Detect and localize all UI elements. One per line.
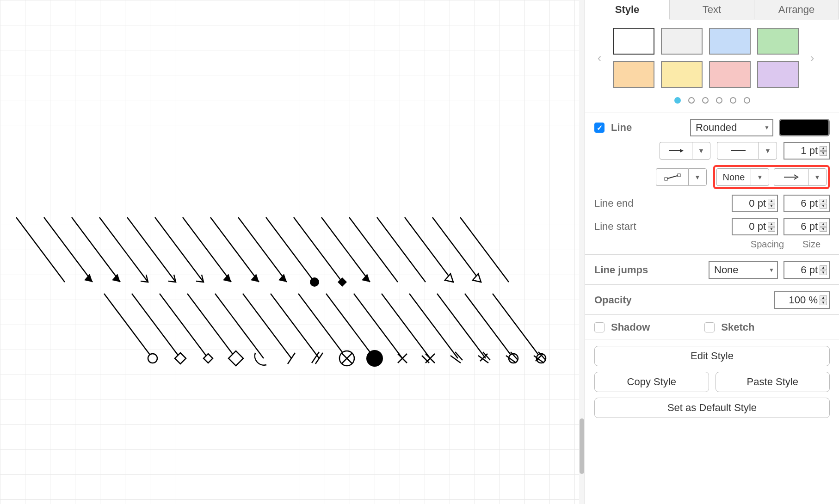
line-start-arrow-select[interactable]: None ▼ — [716, 168, 769, 186]
swatch-white[interactable] — [613, 28, 654, 55]
svg-line-38 — [271, 294, 319, 358]
svg-line-7 — [155, 217, 204, 282]
arrow-direction-select[interactable]: ▼ — [660, 142, 710, 160]
swatch-orange[interactable] — [613, 61, 654, 88]
svg-marker-32 — [204, 354, 213, 363]
svg-rect-74 — [665, 178, 667, 180]
svg-line-3 — [72, 217, 120, 282]
svg-line-27 — [104, 294, 153, 358]
svg-line-0 — [16, 217, 65, 282]
svg-line-65 — [493, 294, 541, 358]
svg-marker-30 — [175, 353, 186, 364]
color-swatches — [613, 28, 799, 88]
svg-marker-4 — [112, 274, 120, 282]
copy-style-button[interactable]: Copy Style — [594, 372, 709, 392]
line-thickness-input[interactable]: 1 pt▲▼ — [783, 142, 830, 160]
swatch-gray[interactable] — [661, 28, 703, 55]
palette-dot-6[interactable] — [744, 97, 750, 104]
svg-marker-23 — [445, 274, 453, 282]
waypoint-select[interactable]: ▼ — [656, 168, 707, 186]
svg-marker-19 — [362, 274, 370, 282]
svg-line-54 — [409, 294, 458, 358]
panel-tabs: Style Text Arrange — [585, 0, 839, 19]
canvas-content[interactable]: // (function(){ var ns="http://www.w3.or… — [0, 0, 585, 504]
svg-rect-75 — [678, 174, 680, 177]
opacity-label: Opacity — [594, 294, 632, 306]
svg-marker-34 — [228, 351, 243, 366]
sketch-checkbox[interactable] — [704, 322, 715, 332]
svg-line-45 — [326, 294, 375, 358]
svg-marker-13 — [278, 274, 287, 282]
svg-line-12 — [238, 217, 287, 282]
svg-marker-17 — [338, 277, 347, 287]
svg-line-29 — [132, 294, 180, 358]
line-checkbox[interactable] — [594, 123, 605, 133]
svg-line-26 — [460, 217, 509, 282]
svg-line-41 — [298, 294, 347, 358]
vertical-scrollbar[interactable] — [579, 0, 585, 504]
line-label: Line — [611, 122, 632, 134]
size-label: Size — [802, 239, 820, 250]
shadow-checkbox[interactable] — [594, 322, 605, 332]
svg-line-57 — [437, 294, 486, 358]
line-start-label: Line start — [594, 221, 636, 233]
palette-dot-3[interactable] — [702, 97, 709, 104]
svg-line-16 — [294, 217, 342, 282]
svg-line-61 — [465, 294, 513, 358]
tab-text[interactable]: Text — [670, 0, 754, 19]
line-end-size-input[interactable]: 6 pt▲▼ — [783, 195, 830, 212]
palette-pagination — [594, 97, 830, 104]
line-start-spacing-input[interactable]: 0 pt▲▼ — [732, 218, 778, 235]
swatch-purple[interactable] — [757, 61, 799, 88]
svg-marker-11 — [251, 274, 259, 282]
svg-line-33 — [187, 294, 236, 358]
swatch-green[interactable] — [757, 28, 799, 55]
line-end-label: Line end — [594, 197, 633, 209]
svg-line-22 — [405, 217, 453, 282]
format-panel: Style Text Arrange ‹ › — [585, 0, 839, 504]
svg-line-47 — [354, 294, 402, 358]
palette-dot-4[interactable] — [716, 97, 722, 104]
svg-line-1 — [44, 217, 93, 282]
line-end-arrow-select[interactable]: ▼ — [774, 168, 827, 186]
line-color-well[interactable] — [779, 119, 830, 136]
svg-point-28 — [148, 354, 157, 363]
svg-line-31 — [160, 294, 208, 358]
palette-dot-1[interactable] — [674, 97, 681, 104]
edit-style-button[interactable]: Edit Style — [594, 346, 830, 366]
line-end-spacing-input[interactable]: 0 pt▲▼ — [732, 195, 778, 212]
tab-style[interactable]: Style — [585, 0, 670, 19]
palette-prev-icon[interactable]: ‹ — [594, 51, 605, 65]
line-start-size-input[interactable]: 6 pt▲▼ — [783, 218, 830, 235]
svg-line-18 — [321, 217, 370, 282]
set-default-style-button[interactable]: Set as Default Style — [594, 398, 830, 418]
svg-line-21 — [377, 217, 426, 282]
line-jumps-select[interactable]: None▼ — [709, 261, 778, 279]
swatch-yellow[interactable] — [661, 61, 703, 88]
paste-style-button[interactable]: Paste Style — [716, 372, 830, 392]
svg-line-24 — [432, 217, 481, 282]
svg-line-10 — [210, 217, 259, 282]
svg-line-35 — [215, 294, 264, 358]
line-jumps-size-input[interactable]: 6 pt▲▼ — [783, 261, 830, 279]
svg-line-73 — [666, 175, 679, 179]
swatch-red[interactable] — [709, 61, 751, 88]
arrow-endpoints-highlight: None ▼ ▼ — [713, 165, 830, 189]
line-jumps-label: Line jumps — [594, 264, 648, 276]
opacity-input[interactable]: 100 %▲▼ — [774, 291, 830, 309]
svg-line-20 — [349, 217, 398, 282]
line-dash-select[interactable]: ▼ — [717, 142, 777, 160]
canvas-area[interactable]: // (function(){ var ns="http://www.w3.or… — [0, 0, 585, 504]
swatch-blue[interactable] — [709, 28, 751, 55]
scrollbar-thumb[interactable] — [580, 418, 584, 474]
svg-point-15 — [310, 277, 319, 287]
sketch-label: Sketch — [721, 321, 754, 333]
palette-dot-2[interactable] — [688, 97, 695, 104]
tab-arrange[interactable]: Arrange — [754, 0, 839, 19]
svg-line-14 — [266, 217, 315, 282]
palette-dot-5[interactable] — [730, 97, 736, 104]
svg-marker-25 — [473, 274, 481, 282]
palette-next-icon[interactable]: › — [807, 51, 817, 65]
line-style-select[interactable]: Rounded▼ — [690, 119, 773, 136]
svg-marker-2 — [84, 274, 93, 282]
